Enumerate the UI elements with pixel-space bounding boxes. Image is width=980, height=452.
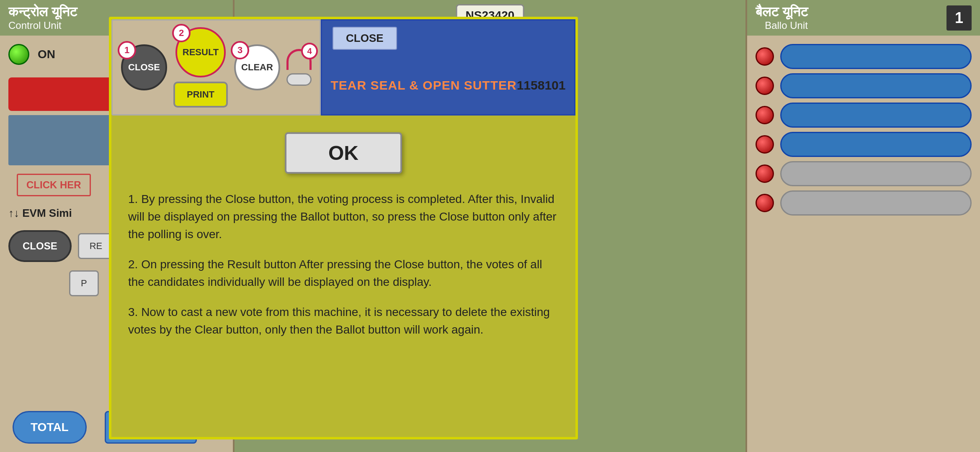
ok-button-area: OK — [111, 116, 575, 186]
ok-button[interactable]: OK — [285, 132, 402, 174]
ballot-unit-hindi-label: बैलट यूनिट — [756, 4, 808, 20]
ballot-unit-header: बैलट यूनिट Ballo Unit 1 — [747, 0, 980, 36]
modal-instructions: 1. By pressing the Close button, the vot… — [111, 186, 575, 360]
candidate-row-2 — [756, 73, 972, 98]
candidate-row-1 — [756, 44, 972, 69]
candidate-row-4 — [756, 132, 972, 157]
unit-number-badge: 1 — [946, 5, 972, 31]
red-dot-4 — [756, 135, 774, 154]
red-dot-5 — [756, 164, 774, 183]
result-number-badge: 2 — [172, 24, 191, 42]
instruction-2: 2. On pressing the Result button After p… — [128, 256, 559, 291]
display-message-area: TEAR SEAL & OPEN SUTTER 1158101 — [322, 56, 574, 114]
display-message-text: TEAR SEAL & OPEN SUTTER — [331, 78, 517, 92]
blue-oval-4[interactable] — [780, 132, 972, 157]
modal-print-button[interactable]: PRINT — [173, 82, 228, 108]
ballot-unit-panel: बैलट यूनिट Ballo Unit 1 — [745, 0, 980, 452]
display-message-number: 1158101 — [517, 78, 566, 92]
modal-controls-panel: 1 CLOSE 2 RESULT PRINT 3 CLEAR — [111, 19, 321, 116]
total-button[interactable]: TOTAL — [13, 411, 87, 444]
cu-print-button[interactable]: P — [69, 270, 99, 296]
red-dot-1 — [756, 47, 774, 66]
green-led-indicator — [8, 44, 29, 65]
red-dot-3 — [756, 106, 774, 124]
ballot-unit-english-label: Ballo Unit — [756, 20, 808, 31]
on-label: ON — [38, 48, 55, 61]
display-close-button[interactable]: CLOSE — [333, 27, 397, 50]
instruction-1: 1. By pressing the Close button, the vot… — [128, 190, 559, 243]
close-number-badge: 1 — [118, 41, 136, 59]
modal-overlay: 1 CLOSE 2 RESULT PRINT 3 CLEAR — [109, 17, 578, 439]
toggle-area: 4 — [286, 49, 312, 86]
result-circle-label: RESULT — [183, 47, 219, 58]
clear-number-badge: 3 — [231, 41, 249, 59]
close-circle-label: CLOSE — [128, 62, 160, 73]
modal-top-section: 1 CLOSE 2 RESULT PRINT 3 CLEAR — [111, 19, 575, 116]
ballot-candidates-list — [747, 36, 980, 224]
blue-oval-3[interactable] — [780, 103, 972, 128]
click-here-button[interactable]: CLICK HER — [17, 174, 91, 196]
toggle-switch[interactable] — [286, 73, 312, 86]
clear-circle-group: 3 CLEAR — [234, 44, 280, 90]
candidate-row-5 — [756, 161, 972, 186]
blue-oval-1[interactable] — [780, 44, 972, 69]
display-close-bar: CLOSE — [322, 21, 574, 56]
red-dot-6 — [756, 194, 774, 212]
modal-close-circle-button[interactable]: 1 CLOSE — [121, 44, 167, 90]
cu-close-button[interactable]: CLOSE — [8, 230, 72, 262]
modal-clear-circle-button[interactable]: 3 CLEAR — [234, 44, 280, 90]
instruction-3: 3. Now to cast a new vote from this mach… — [128, 303, 559, 339]
blue-oval-2[interactable] — [780, 73, 972, 98]
gray-oval-5[interactable] — [780, 161, 972, 186]
modal-display-panel: CLOSE TEAR SEAL & OPEN SUTTER 1158101 — [321, 19, 575, 116]
toggle-arc: 4 — [286, 49, 312, 70]
clear-circle-label: CLEAR — [241, 62, 273, 73]
modal-result-circle-button[interactable]: 2 RESULT — [175, 27, 226, 77]
toggle-number-badge: 4 — [301, 43, 318, 59]
candidate-row-3 — [756, 103, 972, 128]
result-print-group: 2 RESULT PRINT — [173, 27, 228, 108]
gray-oval-6[interactable] — [780, 190, 972, 216]
candidate-row-6 — [756, 190, 972, 216]
close-circle-group: 1 CLOSE — [121, 44, 167, 90]
red-dot-2 — [756, 77, 774, 95]
